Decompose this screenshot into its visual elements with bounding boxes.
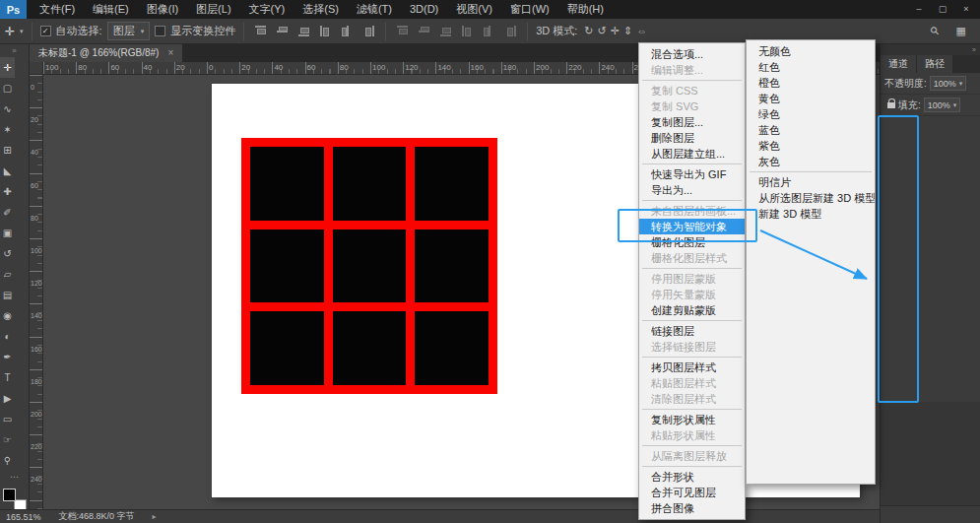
submenu-item-7[interactable]: 灰色 [747,154,875,169]
context-menu-item-28[interactable]: 复制形状属性 [639,412,745,427]
history-brush-tool[interactable]: ↺ [0,243,15,264]
align-top-edges-icon[interactable] [253,25,268,37]
3d-slide-icon[interactable]: ⇕ [621,25,634,37]
eyedropper-tool[interactable]: ◣ [0,161,15,181]
quick-selection-tool[interactable]: ✶ [0,119,15,140]
collapse-toolbar-icon[interactable]: » [0,44,29,57]
distribute-right-edges-icon[interactable] [503,25,518,37]
context-menu-item-35[interactable]: 拼合图像 [639,500,745,516]
tool-preset-caret-icon[interactable]: ▾ [20,28,24,35]
distribute-horizontal-centers-icon[interactable] [482,25,496,37]
auto-select-target-dropdown[interactable]: 图层 ▾ [107,22,151,40]
type-tool[interactable]: T [0,367,15,388]
menubar-item-8[interactable]: 视图(V) [447,0,501,19]
zoom-tool[interactable]: ⚲ [0,450,15,471]
context-menu-item-12[interactable]: 来自图层的画板... [639,203,745,219]
menubar-item-5[interactable]: 选择(S) [294,0,348,19]
search-icon[interactable]: ⚲ [926,23,944,40]
context-menu-item-9[interactable]: 快速导出为 GIF [639,166,745,182]
3d-orbit-icon[interactable]: ↻ [582,25,595,37]
submenu-item-6[interactable]: 紫色 [747,138,875,154]
pen-tool[interactable]: ✒ [0,347,15,367]
menubar-item-6[interactable]: 滤镜(T) [348,0,401,19]
menubar-item-7[interactable]: 3D(D) [401,0,447,19]
tab-close-icon[interactable]: × [167,44,173,62]
3d-roll-icon[interactable]: ↺ [596,25,609,37]
context-menu-item-33[interactable]: 合并形状 [639,469,745,485]
submenu-item-5[interactable]: 蓝色 [747,122,875,138]
menubar-item-1[interactable]: 编辑(E) [84,0,138,19]
clone-stamp-tool[interactable]: ▣ [0,223,15,243]
close-button[interactable]: × [954,0,978,18]
context-menu-item-13[interactable]: 转换为智能对象 [639,219,745,234]
gradient-tool[interactable]: ▤ [0,285,15,305]
blur-tool[interactable]: ◉ [0,305,15,326]
opacity-dropdown[interactable]: 100% ▾ [930,76,967,91]
foreground-color-swatch[interactable] [3,489,16,501]
submenu-item-3[interactable]: 黄色 [747,91,875,106]
move-tool[interactable]: ✛ [0,57,15,78]
dodge-tool[interactable]: ◐ [0,326,15,347]
crop-tool[interactable]: ⊞ [0,140,15,161]
align-right-edges-icon[interactable] [361,25,376,37]
submenu-item-9[interactable]: 明信片 [747,174,875,190]
menubar-item-4[interactable]: 文字(Y) [240,0,294,19]
context-menu-item-26[interactable]: 清除图层样式 [639,391,745,407]
context-menu-item-21[interactable]: 链接图层 [639,323,745,339]
context-menu-item-0[interactable]: 混合选项... [639,46,745,62]
submenu-item-2[interactable]: 橙色 [747,75,875,91]
context-menu-item-7[interactable]: 从图层建立组... [639,146,745,162]
healing-brush-tool[interactable]: ✚ [0,181,15,202]
zoom-level[interactable]: 165.51% [6,512,41,522]
context-menu-item-25[interactable]: 粘贴图层样式 [639,375,745,391]
context-menu-item-10[interactable]: 导出为... [639,182,745,198]
3d-scale-icon[interactable]: ⇔ [634,25,649,37]
rectangle-tool[interactable]: ▭ [0,409,15,429]
menubar-item-2[interactable]: 图像(I) [138,0,187,19]
status-options-caret-icon[interactable]: ▸ [153,512,157,521]
context-menu-item-14[interactable]: 栅格化图层 [639,234,745,250]
lasso-tool[interactable]: ∿ [0,98,15,119]
context-menu-item-29[interactable]: 粘贴形状属性 [639,427,745,443]
minimize-button[interactable]: – [907,0,931,18]
distribute-top-edges-icon[interactable] [395,25,410,37]
path-selection-tool[interactable]: ▶ [0,388,15,409]
document-tab[interactable]: 未标题-1 @ 166%(RGB/8#) × [30,44,182,62]
edit-toolbar-icon[interactable]: ⋯ [0,471,29,483]
menubar-item-10[interactable]: 帮助(H) [558,0,613,19]
eraser-tool[interactable]: ▱ [0,264,15,285]
context-menu-item-6[interactable]: 删除图层 [639,130,745,146]
distribute-vertical-centers-icon[interactable] [417,25,431,37]
distribute-bottom-edges-icon[interactable] [438,25,453,37]
show-transform-checkbox[interactable] [155,26,165,36]
panel-tab-0[interactable]: 通道 [881,55,917,73]
submenu-item-11[interactable]: 新建 3D 模型 [747,206,875,222]
menubar-item-3[interactable]: 图层(L) [187,0,239,19]
align-bottom-edges-icon[interactable] [296,25,311,37]
fill-dropdown[interactable]: 100% ▾ [924,98,961,112]
context-menu-item-31[interactable]: 从隔离图层释放 [639,448,745,464]
submenu-item-10[interactable]: 从所选图层新建 3D 模型 [747,190,875,206]
menubar-item-0[interactable]: 文件(F) [31,0,84,19]
context-menu-item-4[interactable]: 复制 SVG [639,98,745,114]
3d-pan-icon[interactable]: ✛ [609,25,621,37]
context-menu-item-15[interactable]: 栅格化图层样式 [639,250,745,266]
lock-all-icon[interactable] [887,102,895,108]
align-vertical-centers-icon[interactable] [275,25,290,37]
submenu-item-1[interactable]: 红色 [747,59,875,75]
hand-tool[interactable]: ☞ [0,429,15,450]
context-menu-item-5[interactable]: 复制图层... [639,114,745,130]
context-menu-item-17[interactable]: 停用图层蒙版 [639,271,745,287]
submenu-item-4[interactable]: 绿色 [747,106,875,122]
rectangular-marquee-tool[interactable]: ▢ [0,78,15,98]
menubar-item-9[interactable]: 窗口(W) [501,0,558,19]
submenu-item-0[interactable]: 无颜色 [747,43,875,59]
panel-tab-1[interactable]: 路径 [917,55,953,73]
context-menu-item-3[interactable]: 复制 CSS [639,83,745,98]
align-left-edges-icon[interactable] [318,25,333,37]
panel-collapse-icon[interactable]: » [881,44,980,55]
context-menu-item-24[interactable]: 拷贝图层样式 [639,360,745,375]
distribute-left-edges-icon[interactable] [460,25,475,37]
workspace-switcher-icon[interactable]: ▦ [954,25,968,37]
auto-select-checkbox[interactable]: ✓ [40,26,51,36]
